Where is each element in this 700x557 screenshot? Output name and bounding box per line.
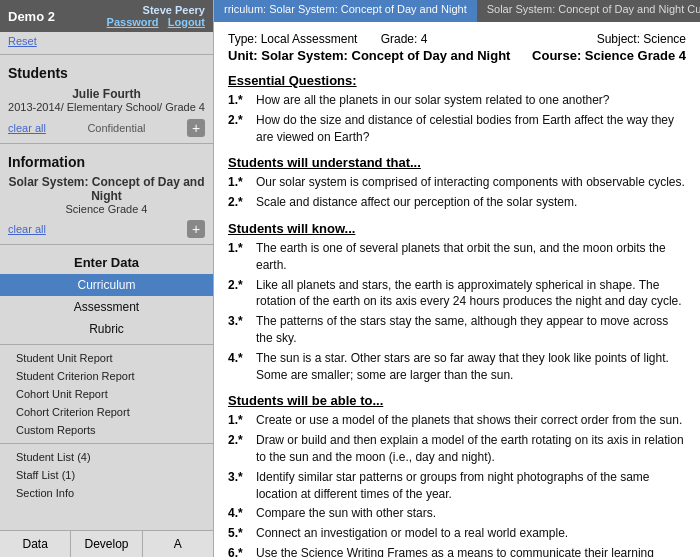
unit-label: Unit: Solar System: Concept of Day and N… [228, 48, 510, 63]
list-item[interactable]: Staff List (1) [0, 466, 213, 484]
sections-container: Essential Questions:1.*How are all the p… [228, 73, 686, 557]
qa-text: Identify similar star patterns or groups… [256, 469, 686, 503]
qa-text: The patterns of the stars stay the same,… [256, 313, 686, 347]
user-name: Steve Peery [143, 4, 205, 16]
section-heading: Students will understand that... [228, 155, 686, 170]
bottom-tab-data[interactable]: Data [0, 531, 71, 557]
student-name: Julie Fourth [8, 87, 205, 101]
list-items: Student List (4)Staff List (1)Section In… [0, 448, 213, 502]
main-content: rriculum: Solar System: Concept of Day a… [214, 0, 700, 557]
qa-item: 6.*Use the Science Writing Frames as a m… [228, 545, 686, 557]
qa-text: Compare the sun with other stars. [256, 505, 686, 522]
password-link[interactable]: Password [107, 16, 159, 28]
sidebar-header: Demo 2 Steve Peery Password Logout [0, 0, 213, 32]
qa-item: 1.*Create or use a model of the planets … [228, 412, 686, 429]
tab[interactable]: rriculum: Solar System: Concept of Day a… [214, 0, 477, 22]
student-info: Julie Fourth 2013-2014/ Elementary Schoo… [0, 83, 213, 117]
logout-link[interactable]: Logout [168, 16, 205, 28]
list-item[interactable]: Section Info [0, 484, 213, 502]
qa-number: 3.* [228, 313, 256, 347]
qa-text: Like all planets and stars, the earth is… [256, 277, 686, 311]
students-clear-row: clear all Confidential + [0, 117, 213, 139]
qa-item: 1.*How are all the planets in our solar … [228, 92, 686, 109]
enter-data-label: Enter Data [0, 249, 213, 274]
qa-number: 5.* [228, 525, 256, 542]
course-label: Course: Science Grade 4 [532, 48, 686, 63]
add-info-button[interactable]: + [187, 220, 205, 238]
info-clear-row: clear all + [0, 218, 213, 240]
meta-line-1: Type: Local Assessment Grade: 4 Subject:… [228, 32, 686, 46]
qa-text: The earth is one of several planets that… [256, 240, 686, 274]
section-heading: Students will be able to... [228, 393, 686, 408]
qa-item: 2.*Scale and distance affect our percept… [228, 194, 686, 211]
subject-label: Subject: Science [533, 32, 686, 46]
type-label: Type: Local Assessment [228, 32, 381, 46]
qa-item: 4.*The sun is a star. Other stars are so… [228, 350, 686, 384]
qa-number: 1.* [228, 92, 256, 109]
bottom-tab-develop[interactable]: Develop [71, 531, 142, 557]
qa-item: 3.*The patterns of the stars stay the sa… [228, 313, 686, 347]
qa-text: Create or use a model of the planets tha… [256, 412, 686, 429]
app-title: Demo 2 [8, 9, 55, 24]
qa-text: Scale and distance affect our perception… [256, 194, 686, 211]
tab[interactable]: Solar System: Concept of Day and Night C… [477, 0, 700, 22]
qa-number: 3.* [228, 469, 256, 503]
qa-text: Use the Science Writing Frames as a mean… [256, 545, 686, 557]
qa-number: 1.* [228, 240, 256, 274]
qa-item: 2.*Like all planets and stars, the earth… [228, 277, 686, 311]
report-item[interactable]: Custom Reports [0, 421, 213, 439]
qa-item: 1.*Our solar system is comprised of inte… [228, 174, 686, 191]
report-item[interactable]: Cohort Unit Report [0, 385, 213, 403]
bottom-tabs: DataDevelopA [0, 530, 213, 557]
info-subtitle: Science Grade 4 [8, 203, 205, 215]
bottom-tab-a[interactable]: A [143, 531, 213, 557]
qa-number: 6.* [228, 545, 256, 557]
qa-number: 2.* [228, 432, 256, 466]
reset-link[interactable]: Reset [8, 35, 37, 47]
report-item[interactable]: Cohort Criterion Report [0, 403, 213, 421]
user-info: Steve Peery Password Logout [107, 4, 205, 28]
report-item[interactable]: Student Criterion Report [0, 367, 213, 385]
qa-text: The sun is a star. Other stars are so fa… [256, 350, 686, 384]
qa-number: 1.* [228, 174, 256, 191]
qa-text: Our solar system is comprised of interac… [256, 174, 686, 191]
info-title: Solar System: Concept of Day and Night [8, 175, 205, 203]
qa-text: Draw or build and then explain a model o… [256, 432, 686, 466]
qa-item: 5.*Connect an investigation or model to … [228, 525, 686, 542]
list-item[interactable]: Student List (4) [0, 448, 213, 466]
qa-number: 4.* [228, 505, 256, 522]
qa-item: 2.*Draw or build and then explain a mode… [228, 432, 686, 466]
sidebar: Demo 2 Steve Peery Password Logout Reset… [0, 0, 214, 557]
tab-bar: rriculum: Solar System: Concept of Day a… [214, 0, 700, 22]
qa-text: How do the size and distance of celestia… [256, 112, 686, 146]
qa-text: Connect an investigation or model to a r… [256, 525, 686, 542]
nav-item-assessment[interactable]: Assessment [0, 296, 213, 318]
section-heading: Students will know... [228, 221, 686, 236]
content-area: Type: Local Assessment Grade: 4 Subject:… [214, 22, 700, 557]
qa-number: 2.* [228, 277, 256, 311]
section-heading: Essential Questions: [228, 73, 686, 88]
qa-item: 1.*The earth is one of several planets t… [228, 240, 686, 274]
qa-item: 2.*How do the size and distance of celes… [228, 112, 686, 146]
qa-number: 2.* [228, 112, 256, 146]
qa-number: 1.* [228, 412, 256, 429]
qa-number: 2.* [228, 194, 256, 211]
info-item: Solar System: Concept of Day and Night S… [0, 172, 213, 218]
qa-number: 4.* [228, 350, 256, 384]
report-item[interactable]: Student Unit Report [0, 349, 213, 367]
nav-item-curriculum[interactable]: Curriculum [0, 274, 213, 296]
nav-items: CurriculumAssessmentRubric [0, 274, 213, 340]
add-student-button[interactable]: + [187, 119, 205, 137]
info-clear-label[interactable]: clear all [8, 223, 46, 235]
students-section-title: Students [0, 59, 213, 83]
qa-text: How are all the planets in our solar sys… [256, 92, 686, 109]
information-section-title: Information [0, 148, 213, 172]
confidential-label: Confidential [87, 122, 145, 134]
clear-label[interactable]: clear all [8, 122, 46, 134]
unit-line: Unit: Solar System: Concept of Day and N… [228, 48, 686, 63]
student-meta: 2013-2014/ Elementary School/ Grade 4 [8, 101, 205, 113]
qa-item: 3.*Identify similar star patterns or gro… [228, 469, 686, 503]
nav-item-rubric[interactable]: Rubric [0, 318, 213, 340]
qa-item: 4.*Compare the sun with other stars. [228, 505, 686, 522]
grade-label: Grade: 4 [381, 32, 534, 46]
